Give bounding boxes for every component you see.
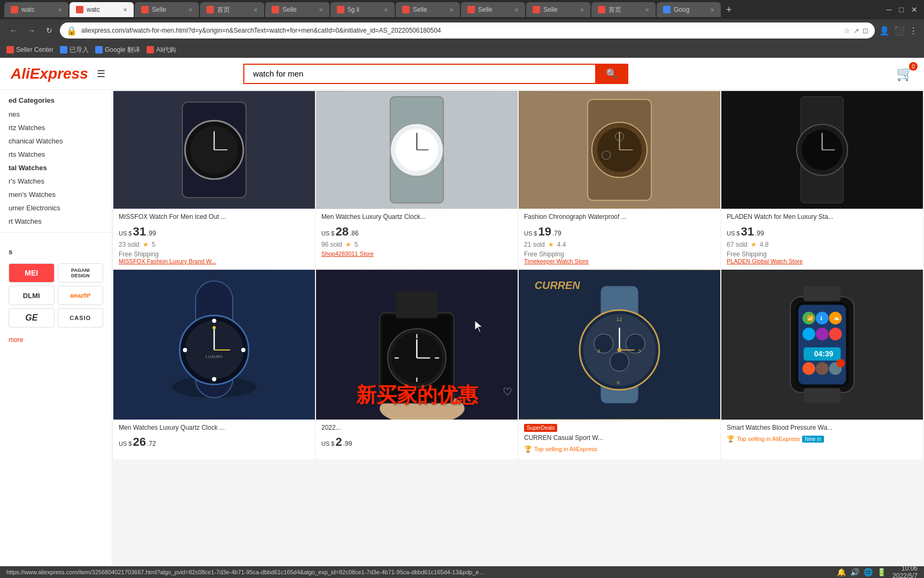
extend-icon[interactable]: ⊡ — [863, 27, 868, 35]
tab-5-close[interactable]: ✕ — [319, 7, 323, 13]
product-card-2[interactable]: Men Watches Luxury Quartz Clock... US $ … — [316, 91, 518, 269]
tab-4[interactable]: 首页 ✕ — [200, 2, 264, 17]
product-card-8[interactable]: 📶 ℹ ⛅ 04:39 — [721, 270, 923, 460]
brand-dlmi[interactable]: DLMI — [9, 286, 55, 305]
trophy-icon-7: 🏆 — [524, 445, 532, 453]
new-tab-button[interactable]: + — [722, 4, 736, 16]
star-icon[interactable]: ☆ — [844, 27, 850, 35]
reload-button[interactable]: ↻ — [43, 24, 56, 37]
sidebar-item-mens-watches[interactable]: r's Watches — [0, 174, 112, 188]
bookmark-ali-daigou-icon — [147, 46, 154, 54]
maximize-button[interactable]: □ — [897, 5, 906, 14]
ae-menu-button[interactable]: ☰ — [97, 68, 105, 80]
free-shipping-3: Free Shipping — [524, 250, 715, 258]
tab-4-close[interactable]: ✕ — [253, 7, 258, 13]
tab-6-close[interactable]: ✕ — [384, 7, 388, 13]
tab-8-close[interactable]: ✕ — [514, 7, 519, 13]
sidebar-item-smart-watches[interactable]: rt Watches — [0, 215, 112, 228]
tab-9[interactable]: Selle ✕ — [526, 2, 590, 17]
tab-10[interactable]: 首页 ✕ — [591, 2, 656, 17]
tab-3-close[interactable]: ✕ — [188, 7, 192, 13]
bookmark-google-translate[interactable]: Google 翻译 — [95, 45, 140, 55]
tab-2-close[interactable]: ✕ — [123, 7, 127, 13]
svg-text:⛅: ⛅ — [833, 315, 840, 322]
forward-button[interactable]: → — [25, 24, 38, 37]
clock-date: 2022/5/7 — [892, 572, 918, 578]
tab-1-title: watc — [21, 6, 55, 13]
minimize-button[interactable]: ─ — [884, 5, 894, 14]
product-card-3[interactable]: Fashion Chronograph Waterproof ... US $ … — [519, 91, 720, 269]
rating-3: 4.4 — [557, 241, 566, 248]
tab-7[interactable]: Selle ✕ — [396, 2, 460, 17]
tab-6-favicon — [337, 6, 344, 13]
tab-7-favicon — [402, 6, 410, 13]
menu-dots-icon[interactable]: ⋮ — [909, 26, 918, 36]
brand-mei[interactable]: MEI — [9, 263, 55, 283]
product-card-6[interactable]: 新买家的优惠 ♡ 2022. — [316, 270, 518, 460]
store-link-2[interactable]: Shop4283011 Store — [321, 250, 512, 257]
window-controls: ─ □ ✕ — [884, 5, 920, 14]
sidebar-item-digital-watches[interactable]: tal Watches — [0, 161, 112, 174]
sidebar-more-link[interactable]: more — [0, 332, 112, 348]
brands-grid: MEI PAGANIDESIGN DLMI amazfit⁵ GE CASIO — [9, 263, 103, 328]
tab-2-active[interactable]: watc ✕ — [70, 2, 134, 17]
tab-11[interactable]: Goog ✕ — [657, 2, 721, 17]
extensions-icon[interactable]: ⬛ — [894, 26, 905, 36]
product-price-2: US $ 28 .86 — [321, 225, 512, 239]
search-input[interactable] — [243, 64, 595, 84]
sidebar-item-quartz-watches[interactable]: rtz Watches — [0, 121, 112, 134]
close-window-button[interactable]: ✕ — [909, 5, 920, 14]
bookmark-seller-center[interactable]: Seller Center — [6, 46, 53, 54]
brand-pagani[interactable]: PAGANIDESIGN — [58, 263, 104, 283]
profile-icon[interactable]: 👤 — [879, 26, 890, 36]
bookmark-ali-daigou[interactable]: Ali代购 — [147, 45, 176, 55]
tab-1-inactive[interactable]: watc ✕ — [4, 2, 68, 17]
topselling-label-8: Top selling in AliExpress — [737, 436, 800, 442]
brand-ge[interactable]: GE — [9, 308, 55, 328]
tab-3[interactable]: Selle ✕ — [135, 2, 199, 17]
bookmark-imported[interactable]: 已导入 — [60, 45, 89, 55]
wishlist-button-6[interactable]: ♡ — [503, 385, 512, 398]
store-link-4[interactable]: PLADEN Global Watch Store — [727, 258, 918, 264]
search-button[interactable]: 🔍 — [595, 64, 628, 84]
tab-5[interactable]: Selle ✕ — [265, 2, 329, 17]
sidebar-item-consumer-electronics[interactable]: umer Electronics — [0, 201, 112, 215]
product-info-8: Smart Watches Blood Pressure Wa... 🏆 Top… — [721, 420, 923, 450]
sold-count-1: 23 sold — [119, 241, 140, 248]
price-currency-2: US $ — [321, 230, 334, 237]
tab-11-close[interactable]: ✕ — [710, 7, 714, 13]
tab-7-close[interactable]: ✕ — [449, 7, 453, 13]
store-link-1[interactable]: MISSFOX Fashion Luxury Brand W... — [119, 258, 310, 264]
back-button[interactable]: ← — [6, 24, 20, 37]
tab-1-close[interactable]: ✕ — [58, 7, 62, 13]
tab-9-close[interactable]: ✕ — [580, 7, 584, 13]
tab-10-close[interactable]: ✕ — [645, 7, 649, 13]
share-icon[interactable]: ↗ — [853, 27, 859, 35]
product-card-5[interactable]: LUXURY Men Watches Luxury Quartz Clock .… — [113, 270, 315, 460]
price-decimal-1: .99 — [147, 230, 156, 237]
cart-icon[interactable]: 🛒 0 — [896, 65, 913, 82]
brand-amazfit[interactable]: amazfit⁵ — [58, 286, 104, 305]
brand-casio[interactable]: CASIO — [58, 308, 104, 328]
clock-display: 10:06 2022/5/7 — [892, 565, 918, 578]
sidebar-item-nes[interactable]: nes — [0, 108, 112, 121]
sidebar-item-womens-watches[interactable]: men's Watches — [0, 188, 112, 201]
product-meta-1: 23 sold ★ 5 — [119, 241, 310, 248]
tab-8[interactable]: Selle ✕ — [461, 2, 525, 17]
price-main-2: 28 — [335, 225, 348, 239]
product-card-7[interactable]: CURREN 12 3 — [519, 270, 720, 460]
product-card-1[interactable]: MISSFOX Watch For Men Iced Out ... US $ … — [113, 91, 315, 269]
store-link-3[interactable]: Timekeeper Watch Store — [524, 258, 715, 264]
svg-text:12: 12 — [617, 316, 623, 322]
address-bar[interactable]: 🔒 aliexpress.com/af/watch-for-men.html?d… — [60, 22, 875, 39]
product-price-4: US $ 31 .99 — [727, 225, 918, 239]
sidebar-item-mechanical-watches[interactable]: chanical Watches — [0, 134, 112, 148]
rating-2: 5 — [355, 241, 358, 248]
tab-11-title: Goog — [674, 6, 707, 13]
sidebar-item-sports-watches[interactable]: rts Watches — [0, 148, 112, 161]
tab-6[interactable]: 5g li ✕ — [330, 2, 395, 17]
product-card-4[interactable]: PLADEN Watch for Men Luxury Sta... US $ … — [721, 91, 923, 269]
product-price-5: US $ 26 .72 — [119, 435, 310, 449]
tab-10-favicon — [598, 6, 605, 13]
tab-4-favicon — [206, 6, 214, 13]
